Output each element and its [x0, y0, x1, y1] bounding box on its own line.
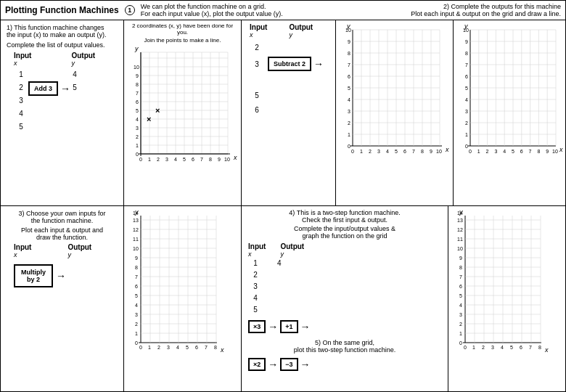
svg-text:0: 0	[464, 345, 467, 350]
section5-two-step-machine: ×2 → −3 →	[248, 358, 445, 371]
arrow-icon: →	[313, 58, 324, 70]
grid-svg-right1: y x	[456, 23, 565, 157]
multiply-box: Multiply by 2	[14, 264, 53, 287]
right-grid-top: y x	[453, 20, 565, 205]
svg-text:2: 2	[459, 322, 462, 327]
svg-text:3: 3	[165, 157, 168, 162]
top-half: 2 coordinates (x, y) have been done for …	[124, 20, 565, 206]
subtract2-box: Subtract 2	[268, 57, 311, 71]
svg-text:x: x	[233, 154, 237, 161]
minus3-box: −3	[280, 358, 298, 371]
table-row: 3 Subtract 2 →	[246, 56, 331, 72]
svg-text:5: 5	[459, 293, 462, 298]
svg-text:9: 9	[218, 157, 221, 162]
table-row	[246, 75, 331, 86]
svg-text:6: 6	[465, 74, 468, 79]
svg-text:0: 0	[136, 152, 139, 157]
svg-text:7: 7	[465, 62, 468, 68]
svg-text:4: 4	[386, 149, 389, 154]
section1-title: 1) This function machine changes the inp…	[7, 24, 118, 38]
svg-text:7: 7	[459, 274, 462, 279]
grid-svg-3: y x	[126, 208, 239, 354]
arrow-icon: →	[56, 270, 66, 282]
table-row: 3	[7, 94, 118, 106]
svg-text:4: 4	[501, 345, 504, 350]
svg-text:6: 6	[520, 149, 523, 154]
arrow-icon: →	[300, 359, 311, 370]
section5-title: 5) On the same grid, plot this two-step …	[245, 339, 445, 354]
table-row: 2	[245, 271, 445, 281]
svg-text:8: 8	[465, 51, 468, 56]
svg-text:x: x	[445, 146, 449, 153]
svg-text:8: 8	[135, 265, 138, 270]
function-machine: Add 3 →	[28, 81, 70, 96]
section2-area: Input x Output y 2	[242, 20, 453, 205]
svg-text:10: 10	[133, 246, 139, 251]
svg-text:2: 2	[348, 121, 350, 126]
svg-text:5: 5	[186, 345, 189, 350]
arrow-icon: →	[300, 321, 311, 332]
svg-text:0: 0	[139, 345, 142, 350]
svg-text:8: 8	[214, 345, 217, 350]
svg-text:6: 6	[348, 74, 350, 79]
svg-text:1: 1	[148, 345, 151, 350]
svg-text:4: 4	[348, 97, 350, 102]
table-row: 5	[245, 306, 445, 316]
table-row: 1 4	[245, 259, 445, 269]
svg-text:6: 6	[520, 345, 522, 350]
svg-text:2: 2	[465, 121, 468, 126]
svg-text:7: 7	[529, 149, 532, 154]
table-row: 2 Add 3 → 5	[7, 81, 118, 93]
section4-area: 4) This is a two-step function machine. …	[242, 206, 448, 391]
section4-two-step-machine: ×3 → +1 →	[248, 320, 445, 333]
svg-text:5: 5	[395, 149, 398, 154]
svg-text:10: 10	[552, 149, 558, 154]
svg-text:9: 9	[348, 39, 350, 44]
svg-text:×: ×	[147, 115, 151, 123]
svg-text:5: 5	[512, 149, 514, 154]
section1-instruction: Complete the list of output values.	[7, 41, 118, 49]
svg-text:4: 4	[136, 117, 139, 122]
svg-text:9: 9	[546, 149, 549, 154]
svg-text:0: 0	[469, 149, 472, 154]
header-desc-line1: We can plot the function machine on a gr…	[141, 3, 406, 10]
svg-text:8: 8	[421, 149, 424, 154]
svg-text:2: 2	[136, 134, 139, 139]
section4-grid-area: y x	[448, 206, 565, 391]
main-content: 1) This function machine changes the inp…	[1, 20, 565, 391]
add3-box: Add 3	[28, 81, 58, 96]
svg-text:14: 14	[133, 211, 139, 216]
io-headers: Input x Output y	[14, 52, 118, 67]
svg-text:y: y	[134, 45, 139, 52]
svg-text:1: 1	[136, 143, 139, 148]
arrow-icon: →	[60, 83, 70, 94]
svg-text:10: 10	[224, 157, 230, 162]
circle-number: 1	[125, 5, 135, 15]
svg-text:3: 3	[136, 126, 139, 131]
svg-text:1: 1	[360, 149, 363, 154]
svg-text:10: 10	[463, 28, 469, 33]
svg-text:3: 3	[494, 149, 497, 154]
svg-text:8: 8	[537, 149, 540, 154]
svg-text:10: 10	[457, 246, 463, 251]
svg-text:4: 4	[459, 303, 462, 308]
svg-text:7: 7	[135, 274, 138, 279]
table-row: 4	[7, 107, 118, 119]
grid-svg-1: y x	[126, 45, 239, 165]
svg-text:1: 1	[148, 157, 151, 162]
svg-text:3: 3	[135, 312, 138, 317]
svg-text:9: 9	[459, 256, 462, 261]
svg-text:4: 4	[176, 345, 179, 350]
header-desc-line2: For each input value (x), plot the outpu…	[141, 10, 406, 17]
svg-text:0: 0	[465, 144, 468, 149]
svg-text:6: 6	[136, 99, 139, 105]
svg-text:7: 7	[412, 149, 415, 154]
svg-text:8: 8	[538, 345, 541, 350]
svg-text:4: 4	[465, 97, 468, 102]
svg-text:6: 6	[459, 284, 462, 289]
svg-text:7: 7	[200, 157, 203, 162]
page: Plotting Function Machines 1 We can plot…	[0, 0, 566, 392]
svg-text:8: 8	[209, 157, 212, 162]
section-3: 3) Choose your own inputs for the functi…	[1, 206, 123, 391]
svg-text:1: 1	[135, 331, 138, 336]
